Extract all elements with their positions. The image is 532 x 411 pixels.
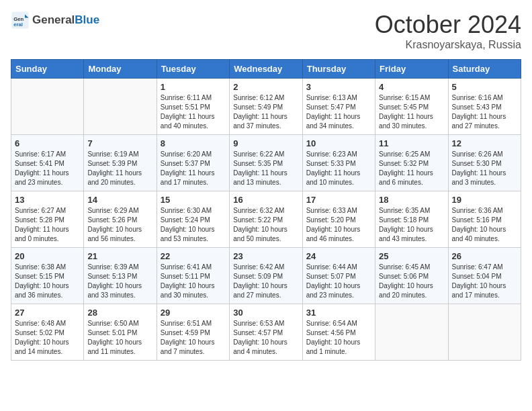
calendar-cell: 17Sunrise: 6:33 AM Sunset: 5:20 PM Dayli… [302,191,375,248]
calendar-table: SundayMondayTuesdayWednesdayThursdayFrid… [11,59,521,361]
cell-content: Sunrise: 6:12 AM Sunset: 5:49 PM Dayligh… [233,93,298,131]
calendar-cell: 14Sunrise: 6:29 AM Sunset: 5:26 PM Dayli… [84,191,157,248]
calendar-cell: 28Sunrise: 6:50 AM Sunset: 5:01 PM Dayli… [84,304,157,361]
week-row-1: 1Sunrise: 6:11 AM Sunset: 5:51 PM Daylig… [11,79,521,135]
calendar-cell: 1Sunrise: 6:11 AM Sunset: 5:51 PM Daylig… [157,79,229,135]
month-title: October 2024 [375,11,521,39]
cell-content: Sunrise: 6:50 AM Sunset: 5:01 PM Dayligh… [87,319,152,357]
calendar-cell: 23Sunrise: 6:42 AM Sunset: 5:09 PM Dayli… [230,248,302,304]
day-number: 26 [452,251,517,261]
day-number: 20 [15,251,80,261]
calendar-cell: 16Sunrise: 6:32 AM Sunset: 5:22 PM Dayli… [230,191,302,248]
week-row-2: 6Sunrise: 6:17 AM Sunset: 5:41 PM Daylig… [11,135,521,191]
day-number: 18 [379,195,444,205]
calendar-cell: 11Sunrise: 6:25 AM Sunset: 5:32 PM Dayli… [375,135,448,191]
day-header-tuesday: Tuesday [157,60,229,79]
calendar-cell: 24Sunrise: 6:44 AM Sunset: 5:07 PM Dayli… [302,248,375,304]
calendar-cell: 30Sunrise: 6:53 AM Sunset: 4:57 PM Dayli… [230,304,302,361]
calendar-cell: 7Sunrise: 6:19 AM Sunset: 5:39 PM Daylig… [84,135,157,191]
cell-content: Sunrise: 6:51 AM Sunset: 4:59 PM Dayligh… [161,319,226,357]
cell-content: Sunrise: 6:47 AM Sunset: 5:04 PM Dayligh… [452,263,517,300]
cell-content: Sunrise: 6:26 AM Sunset: 5:30 PM Dayligh… [452,150,517,187]
day-number: 13 [15,195,80,205]
calendar-cell: 29Sunrise: 6:51 AM Sunset: 4:59 PM Dayli… [157,304,229,361]
day-number: 7 [87,138,152,148]
day-number: 9 [233,138,298,148]
calendar-cell [375,304,448,361]
calendar-cell [448,304,521,361]
day-number: 28 [87,308,152,318]
calendar-cell: 13Sunrise: 6:27 AM Sunset: 5:28 PM Dayli… [11,191,84,248]
cell-content: Sunrise: 6:45 AM Sunset: 5:06 PM Dayligh… [379,263,444,300]
calendar-cell: 2Sunrise: 6:12 AM Sunset: 5:49 PM Daylig… [230,79,302,135]
day-number: 3 [306,82,371,92]
cell-content: Sunrise: 6:27 AM Sunset: 5:28 PM Dayligh… [15,206,80,244]
cell-content: Sunrise: 6:41 AM Sunset: 5:11 PM Dayligh… [161,263,226,300]
week-row-4: 20Sunrise: 6:38 AM Sunset: 5:15 PM Dayli… [11,248,521,304]
day-header-monday: Monday [84,60,157,79]
cell-content: Sunrise: 6:42 AM Sunset: 5:09 PM Dayligh… [233,263,298,300]
cell-content: Sunrise: 6:15 AM Sunset: 5:45 PM Dayligh… [379,93,444,131]
title-block: October 2024 Krasnoyarskaya, Russia [375,11,521,51]
cell-content: Sunrise: 6:36 AM Sunset: 5:16 PM Dayligh… [452,206,517,244]
calendar-cell: 10Sunrise: 6:23 AM Sunset: 5:33 PM Dayli… [302,135,375,191]
location-title: Krasnoyarskaya, Russia [375,39,521,51]
day-number: 12 [452,138,517,148]
calendar-cell: 8Sunrise: 6:20 AM Sunset: 5:37 PM Daylig… [157,135,229,191]
day-header-saturday: Saturday [448,60,521,79]
cell-content: Sunrise: 6:29 AM Sunset: 5:26 PM Dayligh… [87,206,152,244]
calendar-cell: 18Sunrise: 6:35 AM Sunset: 5:18 PM Dayli… [375,191,448,248]
cell-content: Sunrise: 6:44 AM Sunset: 5:07 PM Dayligh… [306,263,371,300]
calendar-cell: 6Sunrise: 6:17 AM Sunset: 5:41 PM Daylig… [11,135,84,191]
day-header-wednesday: Wednesday [230,60,302,79]
cell-content: Sunrise: 6:54 AM Sunset: 4:56 PM Dayligh… [306,319,371,357]
day-number: 1 [161,82,226,92]
calendar-cell: 19Sunrise: 6:36 AM Sunset: 5:16 PM Dayli… [448,191,521,248]
calendar-cell [84,79,157,135]
svg-text:eral: eral [13,21,23,28]
day-number: 24 [306,251,371,261]
logo: Gen eral GeneralBlue [11,11,99,30]
cell-content: Sunrise: 6:13 AM Sunset: 5:47 PM Dayligh… [306,93,371,131]
day-number: 31 [306,308,371,318]
day-number: 21 [87,251,152,261]
day-number: 30 [233,308,298,318]
day-number: 29 [161,308,226,318]
day-number: 23 [233,251,298,261]
day-number: 4 [379,82,444,92]
calendar-cell: 5Sunrise: 6:16 AM Sunset: 5:43 PM Daylig… [448,79,521,135]
calendar-cell: 27Sunrise: 6:48 AM Sunset: 5:02 PM Dayli… [11,304,84,361]
day-number: 22 [161,251,226,261]
calendar-cell: 21Sunrise: 6:39 AM Sunset: 5:13 PM Dayli… [84,248,157,304]
cell-content: Sunrise: 6:19 AM Sunset: 5:39 PM Dayligh… [87,150,152,187]
cell-content: Sunrise: 6:25 AM Sunset: 5:32 PM Dayligh… [379,150,444,187]
day-number: 8 [161,138,226,148]
calendar-cell: 31Sunrise: 6:54 AM Sunset: 4:56 PM Dayli… [302,304,375,361]
day-number: 10 [306,138,371,148]
day-number: 6 [15,138,80,148]
calendar-cell: 15Sunrise: 6:30 AM Sunset: 5:24 PM Dayli… [157,191,229,248]
cell-content: Sunrise: 6:16 AM Sunset: 5:43 PM Dayligh… [452,93,517,131]
day-number: 14 [87,195,152,205]
cell-content: Sunrise: 6:32 AM Sunset: 5:22 PM Dayligh… [233,206,298,244]
day-number: 25 [379,251,444,261]
header-row: SundayMondayTuesdayWednesdayThursdayFrid… [11,60,521,79]
cell-content: Sunrise: 6:35 AM Sunset: 5:18 PM Dayligh… [379,206,444,244]
cell-content: Sunrise: 6:38 AM Sunset: 5:15 PM Dayligh… [15,263,80,300]
cell-content: Sunrise: 6:53 AM Sunset: 4:57 PM Dayligh… [233,319,298,357]
day-number: 16 [233,195,298,205]
week-row-3: 13Sunrise: 6:27 AM Sunset: 5:28 PM Dayli… [11,191,521,248]
cell-content: Sunrise: 6:23 AM Sunset: 5:33 PM Dayligh… [306,150,371,187]
day-number: 11 [379,138,444,148]
cell-content: Sunrise: 6:11 AM Sunset: 5:51 PM Dayligh… [161,93,226,131]
page-header: Gen eral GeneralBlue October 2024 Krasno… [11,11,521,51]
calendar-cell: 3Sunrise: 6:13 AM Sunset: 5:47 PM Daylig… [302,79,375,135]
day-number: 27 [15,308,80,318]
day-number: 17 [306,195,371,205]
calendar-cell: 26Sunrise: 6:47 AM Sunset: 5:04 PM Dayli… [448,248,521,304]
cell-content: Sunrise: 6:22 AM Sunset: 5:35 PM Dayligh… [233,150,298,187]
day-number: 2 [233,82,298,92]
calendar-cell: 25Sunrise: 6:45 AM Sunset: 5:06 PM Dayli… [375,248,448,304]
day-number: 19 [452,195,517,205]
cell-content: Sunrise: 6:20 AM Sunset: 5:37 PM Dayligh… [161,150,226,187]
